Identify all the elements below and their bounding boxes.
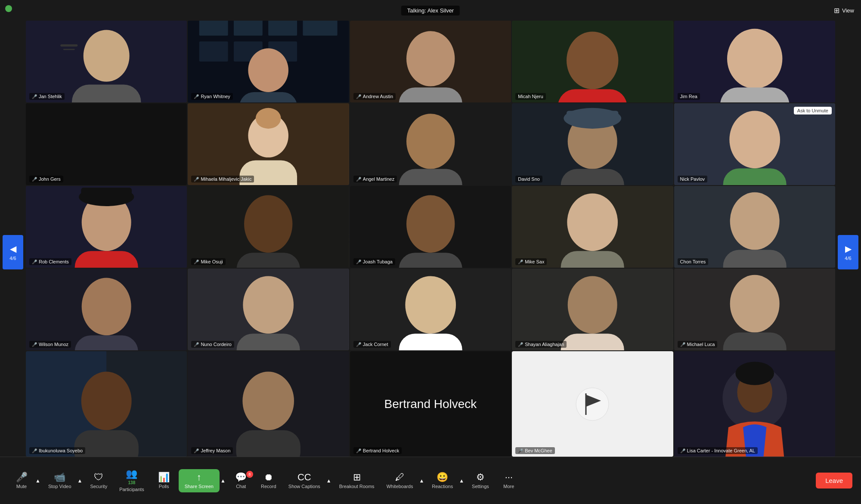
toolbar: 🎤 Mute ▲ 📹 Stop Video ▲ 🛡 Security 👥 138… [0, 457, 861, 504]
shield-icon: 🛡 [94, 473, 103, 482]
mute-icon: 🎤 [356, 260, 361, 264]
svg-point-20 [567, 32, 618, 90]
svg-rect-36 [567, 111, 618, 124]
mute-icon: 🎤 [518, 448, 523, 453]
mute-icon: 🎤 [32, 260, 37, 264]
svg-rect-66 [399, 334, 462, 350]
share-screen-button[interactable]: ↑ Share Screen [179, 469, 220, 492]
reactions-button[interactable]: 😀 Reactions [427, 470, 458, 492]
participant-name: Bertrand Holveck [363, 448, 399, 453]
breakout-rooms-button[interactable]: ⊞ Breakout Rooms [334, 470, 380, 492]
security-button[interactable]: 🛡 Security [85, 470, 112, 492]
talking-indicator: Talking: Alex Silver [401, 6, 460, 15]
participant-name: David Sno [518, 176, 540, 182]
mute-button[interactable]: 🎤 Mute [9, 470, 34, 492]
video-cell: 🎤 Michael Luca [674, 269, 835, 350]
mute-icon: 🎤 [32, 342, 37, 347]
video-cell: 🎤 Mike Osuji [188, 186, 349, 268]
mute-caret-button[interactable]: ▲ [34, 478, 41, 484]
participant-name: Jan Stehlik [39, 94, 62, 99]
show-captions-button[interactable]: CC Show Captions [283, 470, 325, 492]
whiteboards-button[interactable]: 🖊 Whiteboards [381, 470, 418, 492]
reactions-caret-button[interactable]: ▲ [458, 478, 465, 484]
settings-label: Settings [472, 484, 489, 489]
svg-rect-45 [75, 251, 138, 268]
nav-next-button[interactable]: ▶ 4/6 [838, 235, 858, 269]
chat-badge: 8 [246, 471, 253, 478]
video-cell: 🎤 Ryan Whitney [188, 21, 349, 102]
settings-button[interactable]: ⚙ Settings [467, 470, 494, 492]
svg-rect-7 [199, 21, 228, 36]
mute-icon: 🎤 [32, 448, 37, 453]
svg-rect-2 [72, 85, 141, 103]
svg-rect-51 [399, 253, 462, 268]
participant-name: Jim Rea [680, 94, 697, 99]
video-cell: 🎤 Shayan Aliaghajan [512, 269, 673, 350]
leave-button[interactable]: Leave [816, 473, 852, 489]
breakout-icon: ⊞ [353, 473, 361, 482]
participant-name: Ryan Whitney [201, 94, 230, 99]
participant-name: Jack Cornet [363, 342, 388, 347]
ask-unmute-badge[interactable]: Ask to Unmute [794, 107, 832, 114]
mute-btn-wrap: 🎤 Mute ▲ [9, 470, 41, 492]
captions-caret-button[interactable]: ▲ [325, 478, 332, 484]
people-icon: 👥 [126, 469, 137, 479]
mute-icon: 🎤 [680, 448, 685, 453]
svg-point-1 [84, 30, 130, 81]
participant-name-large: Bertrand Holveck [384, 397, 477, 411]
video-cell: 🎤 John Gers [26, 103, 187, 185]
svg-rect-48 [237, 253, 300, 268]
svg-rect-15 [240, 92, 297, 102]
svg-rect-21 [558, 89, 627, 102]
stop-video-button[interactable]: 📹 Stop Video [43, 470, 77, 492]
video-cell: 🎤 Mike Sax [512, 186, 673, 268]
svg-point-78 [243, 372, 294, 430]
captions-btn-wrap: CC Show Captions ▲ [283, 470, 332, 492]
video-grid: 🎤 Jan Stehlik 🎤 Ryan Whitney [26, 21, 835, 457]
mute-icon: 🎤 [194, 94, 199, 99]
participants-count: 138 [128, 480, 136, 485]
whiteboards-label: Whiteboards [387, 484, 413, 489]
mute-icon: 🎤 [518, 260, 523, 264]
toolbar-left-group: 🎤 Mute ▲ 📹 Stop Video ▲ 🛡 Security 👥 138… [9, 467, 522, 495]
svg-rect-18 [399, 87, 462, 102]
record-button[interactable]: ⏺ Record [256, 470, 282, 492]
nav-previous-button[interactable]: ◀ 4/6 [3, 235, 23, 269]
mute-icon: 🎤 [32, 177, 37, 182]
video-cell: Jim Rea [674, 21, 835, 102]
captions-icon: CC [297, 473, 311, 482]
video-cell: Micah Njeru [512, 21, 673, 102]
svg-point-71 [730, 275, 779, 333]
participant-name: Mike Osuji [201, 259, 223, 264]
svg-rect-72 [723, 333, 786, 351]
participant-name: Mike Sax [525, 259, 544, 264]
participants-button[interactable]: 👥 138 Participants [114, 467, 149, 495]
view-button[interactable]: ⊞ View [834, 6, 854, 15]
mute-icon: 🎤 [356, 177, 361, 182]
share-screen-icon: ↑ [197, 473, 201, 482]
video-cell: David Sno [512, 103, 673, 185]
share-screen-caret-button[interactable]: ▲ [220, 478, 226, 484]
svg-rect-25 [26, 103, 187, 185]
whiteboards-caret-button[interactable]: ▲ [418, 478, 425, 484]
chevron-left-icon: ◀ [10, 244, 16, 254]
svg-rect-9 [269, 21, 297, 36]
svg-point-86 [735, 362, 774, 385]
svg-rect-24 [720, 87, 789, 102]
svg-point-47 [244, 195, 292, 253]
svg-point-56 [730, 192, 779, 250]
participant-name: John Gers [39, 176, 61, 182]
video-cell: 🎤 Angel Martinez [350, 103, 511, 185]
video-cell: 🎤 Nuno Cordeiro [188, 269, 349, 350]
svg-point-39 [729, 111, 780, 169]
svg-rect-60 [75, 335, 138, 350]
video-cell: Ask to Unmute Nick Pavlov [674, 103, 835, 185]
gear-icon: ⚙ [476, 473, 485, 482]
stop-video-label: Stop Video [48, 484, 71, 489]
video-cell: 🎤 Mihaela Mihaljevic Jakic [188, 103, 349, 185]
more-button[interactable]: ··· More [496, 470, 522, 492]
polls-button[interactable]: 📊 Polls [151, 470, 177, 492]
stop-video-caret-button[interactable]: ▲ [77, 478, 84, 484]
mute-icon: 🎤 [194, 342, 199, 347]
participant-name: Wilson Munoz [39, 342, 68, 347]
